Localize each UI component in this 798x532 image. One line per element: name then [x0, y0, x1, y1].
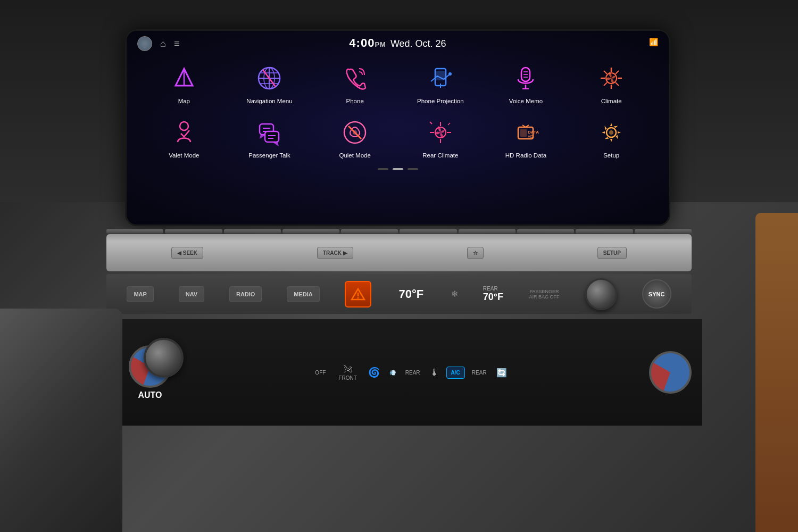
vent-slat	[106, 229, 163, 234]
climate-icon	[595, 62, 627, 94]
vent-slat	[400, 229, 456, 234]
page-dot-3[interactable]	[408, 168, 418, 170]
app-voice-memo[interactable]: Voice Memo	[485, 58, 568, 110]
ampm: PM	[375, 40, 386, 48]
btn-fan[interactable]: 🌀	[365, 364, 383, 381]
date-display: Wed. Oct. 26	[390, 38, 446, 49]
voice-memo-icon	[510, 62, 542, 94]
app-climate[interactable]: Climate	[570, 58, 653, 110]
rear-label: REAR 70°F	[483, 286, 503, 303]
btn-media[interactable]: MEDIA	[287, 286, 319, 302]
app-navigation-menu[interactable]: Navigation Menu	[228, 58, 311, 110]
hazard-button[interactable]	[345, 281, 371, 307]
temp-right-display: 70°F	[483, 292, 503, 303]
btn-recirculate[interactable]: 🔄	[494, 365, 510, 380]
vent-slat	[517, 229, 574, 234]
vent-slat	[165, 229, 222, 234]
btn-ac[interactable]: A/C	[446, 367, 465, 379]
btn-fan-speed[interactable]: 💨	[387, 367, 398, 378]
fan-icon-left: ❄	[451, 289, 458, 299]
vent-slat	[224, 229, 281, 234]
dashboard: ⌂ ≡ 4:00PM Wed. Oct. 26 📶	[0, 0, 798, 532]
btn-rear-defrost[interactable]: REAR	[469, 367, 489, 378]
setup-icon	[595, 117, 627, 148]
app-setup[interactable]: Setup	[570, 112, 653, 164]
app-quiet-mode-label: Quiet Mode	[339, 152, 370, 160]
app-rear-climate[interactable]: Rear Climate	[399, 112, 482, 164]
apps-grid: Map	[127, 55, 669, 164]
svg-point-55	[357, 297, 359, 298]
valet-mode-icon	[168, 117, 200, 148]
btn-front: 🌬 FRONT	[334, 361, 361, 384]
app-phone-label: Phone	[346, 97, 364, 105]
vent-slat	[459, 229, 516, 234]
signal-area: 📶	[649, 37, 658, 47]
app-rear-climate-label: Rear Climate	[422, 152, 458, 160]
quiet-mode-icon	[339, 117, 371, 148]
passenger-air-bag-label: PASSENGER AIR BAG OFF	[528, 289, 560, 300]
svg-text:DATA: DATA	[528, 130, 539, 135]
status-bar-left: ⌂ ≡	[137, 36, 179, 51]
app-valet-mode-label: Valet Mode	[169, 152, 199, 160]
btn-setup[interactable]: SETUP	[597, 247, 627, 259]
vent-slat	[341, 229, 398, 234]
app-passenger-talk-label: Passenger Talk	[248, 152, 290, 160]
right-volume-knob[interactable]	[585, 278, 617, 310]
app-quiet-mode[interactable]: Quiet Mode	[313, 112, 396, 164]
sync-button[interactable]: SYNC	[642, 279, 671, 309]
rear-text: REAR	[483, 286, 503, 292]
app-map[interactable]: Map	[143, 58, 226, 110]
page-dot-2[interactable]	[393, 168, 403, 170]
temp-left-display: 70°F	[396, 285, 426, 304]
svg-line-25	[604, 71, 607, 74]
svg-line-26	[616, 82, 619, 86]
btn-defrost[interactable]: 🌡	[427, 364, 442, 381]
app-passenger-talk[interactable]: Passenger Talk	[228, 112, 311, 164]
btn-seek-left[interactable]: ◀ SEEK	[171, 247, 203, 259]
btn-radio[interactable]: RADIO	[229, 286, 262, 302]
phone-projection-icon	[425, 62, 456, 94]
right-temp-dial[interactable]	[649, 351, 692, 394]
app-valet-mode[interactable]: Valet Mode	[143, 112, 226, 164]
screen-bezel: ⌂ ≡ 4:00PM Wed. Oct. 26 📶	[125, 29, 670, 226]
profile-circle[interactable]	[137, 36, 152, 51]
app-phone[interactable]: Phone	[313, 58, 396, 110]
svg-line-27	[616, 71, 619, 74]
svg-text:HD: HD	[528, 135, 533, 138]
menu-icon[interactable]: ≡	[174, 38, 180, 49]
svg-line-28	[604, 82, 607, 86]
front-label: FRONT	[338, 375, 356, 381]
svg-rect-45	[520, 129, 527, 137]
time-value: 4:00	[349, 36, 375, 49]
svg-point-52	[609, 130, 613, 135]
left-volume-knob[interactable]	[144, 338, 184, 378]
btn-favorite[interactable]: ☆	[467, 247, 484, 259]
screen-content: ⌂ ≡ 4:00PM Wed. Oct. 26 📶	[127, 31, 669, 225]
app-hd-radio-data-label: HD Radio Data	[505, 152, 546, 160]
time-display: 4:00PM	[349, 36, 386, 50]
btn-off[interactable]: OFF	[311, 367, 330, 378]
navigation-menu-icon	[253, 62, 285, 94]
app-phone-projection[interactable]: Phone Projection	[399, 58, 482, 110]
btn-nav[interactable]: NAV	[179, 286, 204, 302]
vent-slat	[282, 229, 339, 234]
time-date-center: 4:00PM Wed. Oct. 26	[349, 36, 446, 50]
app-map-label: Map	[178, 97, 190, 105]
climate-controls-panel: 🔥 AUTO OFF 🌬 FRONT 🌀 💨 REAR 🌡 A/C	[96, 319, 702, 426]
btn-track-right[interactable]: TRACK ▶	[317, 247, 353, 259]
status-bar: ⌂ ≡ 4:00PM Wed. Oct. 26 📶	[127, 31, 669, 55]
hd-radio-data-icon: DATA HD	[510, 117, 542, 148]
infotainment-screen: ⌂ ≡ 4:00PM Wed. Oct. 26 📶	[125, 29, 670, 226]
signal-icon: 📶	[649, 38, 658, 46]
app-hd-radio-data[interactable]: DATA HD HD Radio Data	[485, 112, 568, 164]
page-dot-1[interactable]	[378, 168, 388, 170]
btn-map[interactable]: MAP	[127, 286, 153, 302]
controls-row1-panel: ◀ SEEK TRACK ▶ ☆ SETUP	[106, 234, 692, 271]
svg-point-13	[448, 72, 452, 76]
leather-trim-right	[755, 213, 798, 532]
btn-rear-climate[interactable]: REAR	[403, 367, 423, 378]
home-icon[interactable]: ⌂	[160, 38, 166, 49]
phone-icon	[339, 62, 371, 94]
left-armrest	[0, 309, 122, 532]
vent-slat	[635, 229, 692, 234]
